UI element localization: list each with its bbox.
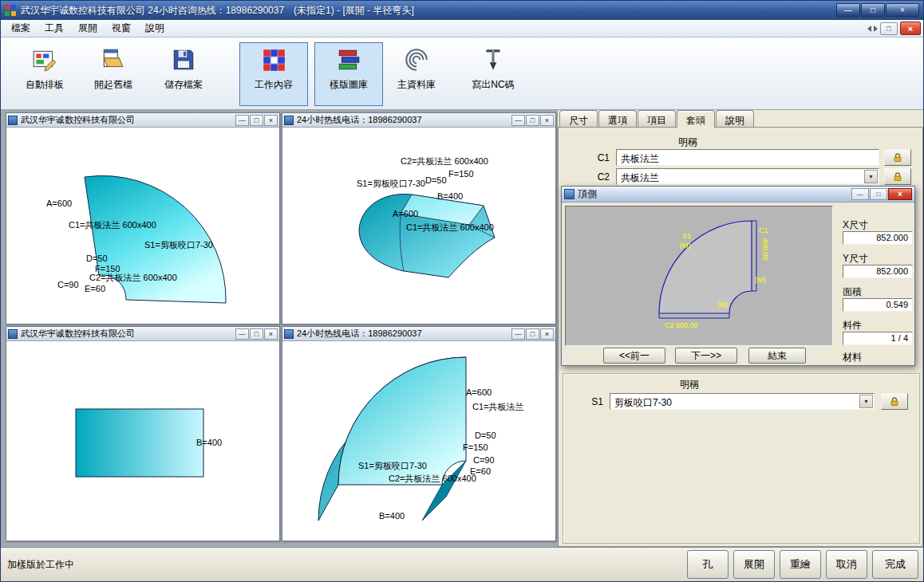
preview-fan-outline	[659, 221, 752, 313]
dialog-minimize-button[interactable]: —	[851, 188, 869, 200]
lock-s1-button[interactable]	[881, 393, 908, 410]
close-button[interactable]: ×	[886, 3, 919, 17]
dim-label: E=60	[85, 284, 105, 293]
preview-label: (M)	[717, 301, 729, 309]
child-minimize-button[interactable]: —	[511, 115, 525, 126]
auto-nesting-button[interactable]: 自動排板	[10, 42, 79, 106]
chevron-down-icon[interactable]: ▼	[859, 395, 873, 408]
dim-label: D=50	[475, 431, 496, 440]
dim-label: C1=共板法兰	[472, 402, 524, 411]
child-close-button[interactable]: ×	[900, 22, 921, 35]
tab-connectors[interactable]: 套頭	[677, 110, 715, 128]
flange-c2-combobox[interactable]: 共板法兰 ▼	[616, 168, 879, 185]
template-library-button[interactable]: 樣版圖庫	[314, 42, 383, 106]
seam-s1-combobox[interactable]: 剪板咬口7-30 ▼	[610, 393, 875, 410]
tab-options[interactable]: 選項	[598, 110, 637, 127]
next-button[interactable]: 下一>>	[675, 348, 737, 364]
chevron-down-icon[interactable]: ▼	[864, 170, 878, 183]
piece-preview: S1 (M) C1 400.00 (M) C2 600.00 (M)	[565, 206, 833, 346]
top-side-dialog[interactable]: 頂側 — □ × S1 (M) C1 400.00 (M) C2 600.00 …	[561, 186, 915, 366]
flange-c1-input[interactable]: 共板法兰	[616, 149, 879, 166]
three-d-canvas[interactable]: A=600 C1=共板法兰 D=50 F=150 C=90 E=60 S1=剪板…	[282, 341, 555, 541]
piece-count-value[interactable]: 1 / 4	[843, 332, 913, 345]
toolbar: 自動排板 開起舊檔 儲存檔案	[1, 37, 923, 110]
child-restore-button[interactable]: □	[526, 328, 539, 340]
seam-groupbox: 明稱 S1 剪板咬口7-30 ▼	[563, 373, 920, 544]
save-file-icon	[170, 46, 197, 73]
tab-description[interactable]: 說明	[716, 110, 754, 127]
complete-button[interactable]: 完成	[872, 550, 918, 579]
flange-row-label: C1	[565, 152, 610, 163]
maximize-button[interactable]: □	[861, 3, 885, 17]
child-minimize-button[interactable]: —	[235, 115, 249, 126]
statusbar: 加樣版於工作中 孔 展開 重繪 取消 完成	[1, 547, 923, 581]
template-library-icon	[335, 46, 362, 73]
dialog-restore-button[interactable]: □	[870, 188, 887, 200]
titlebar[interactable]: 武汉华宇诚数控科技有限公司 24小时咨询热线：18986290037 (未指定1…	[1, 1, 923, 20]
scroll-left-icon[interactable]	[867, 26, 871, 32]
dim-label: C1=共板法兰 600x400	[69, 220, 156, 230]
open-file-button[interactable]: 開起舊檔	[79, 42, 148, 106]
rect-pattern-canvas[interactable]: B=400	[6, 341, 279, 541]
child-minimize-button[interactable]: —	[235, 328, 249, 340]
dialog-title: 頂側	[578, 187, 597, 201]
child-window-3d-view-bottom[interactable]: 24小时热线电话：18986290037 — □ × A=600 C1=共板法兰…	[282, 326, 556, 541]
main-database-button[interactable]: 主資料庫	[382, 42, 451, 106]
work-content-button[interactable]: 工作內容	[239, 42, 308, 106]
hole-button[interactable]: 孔	[687, 550, 729, 579]
dim-label: D=50	[425, 175, 447, 185]
child-titlebar[interactable]: 24小时热线电话：18986290037 — □ ×	[282, 327, 555, 341]
child-titlebar[interactable]: 武汉华宇诚数控科技有限公司 — □ ×	[6, 327, 279, 341]
three-d-canvas[interactable]: C2=共板法兰 600x400 S1=剪板咬口7-30 D=50 F=150 B…	[282, 128, 555, 324]
dim-label: B=400	[196, 438, 222, 447]
menu-tools[interactable]: 工具	[38, 19, 71, 37]
redraw-button[interactable]: 重繪	[780, 550, 821, 579]
lock-c1-button[interactable]	[884, 149, 911, 166]
previous-button[interactable]: <<前一	[603, 348, 665, 364]
scroll-right-icon[interactable]	[874, 26, 878, 32]
dialog-titlebar[interactable]: 頂側 — □ ×	[562, 187, 914, 203]
child-window-rect-pattern[interactable]: 武汉华宇诚数控科技有限公司 — □ × B=400	[6, 326, 280, 541]
menu-file[interactable]: 檔案	[4, 19, 38, 37]
child-window-3d-view-top[interactable]: 24小时热线电话：18986290037 — □ × C2=共板法兰 600x4…	[282, 112, 556, 324]
child-restore-button[interactable]: □	[526, 115, 539, 126]
child-close-button[interactable]: ×	[264, 328, 278, 340]
child-close-button[interactable]: ×	[540, 115, 554, 126]
lock-icon	[890, 397, 899, 407]
write-nc-button[interactable]: 寫出NC碼	[459, 42, 527, 106]
child-restore-button[interactable]: □	[250, 115, 263, 126]
dim-label: B=400	[379, 511, 405, 521]
menu-window[interactable]: 視窗	[105, 19, 138, 37]
y-size-value[interactable]: 852.000	[843, 265, 913, 278]
flat-pattern-canvas[interactable]: A=600 C1=共板法兰 600x400 S1=剪板咬口7-30 D=50 F…	[6, 128, 279, 324]
child-close-button[interactable]: ×	[264, 115, 278, 126]
child-titlebar[interactable]: 武汉华宇诚数控科技有限公司 — □ ×	[6, 113, 279, 128]
preview-label: C1	[759, 226, 768, 234]
menu-help[interactable]: 說明	[138, 19, 172, 37]
lock-c2-button[interactable]	[884, 168, 911, 185]
child-window-flat-pattern[interactable]: 武汉华宇诚数控科技有限公司 — □ × A=600 C1=共板法兰 600x40…	[6, 112, 280, 324]
seam-name-header: 明稱	[680, 378, 699, 391]
child-close-button[interactable]: ×	[540, 328, 554, 340]
flange-row-c1: C1 共板法兰	[565, 149, 919, 166]
child-title-text: 武汉华宇诚数控科技有限公司	[21, 328, 235, 340]
dim-label: D=50	[86, 254, 108, 263]
dim-label: C2=共板法兰 600x400	[401, 156, 488, 166]
child-titlebar[interactable]: 24小时热线电话：18986290037 — □ ×	[282, 113, 555, 128]
tab-items[interactable]: 項目	[638, 110, 676, 127]
menu-unfold[interactable]: 展開	[71, 19, 105, 37]
area-value[interactable]: 0.549	[843, 298, 913, 312]
minimize-button[interactable]: —	[836, 3, 860, 17]
x-size-value[interactable]: 852.000	[843, 231, 913, 245]
tab-dimensions[interactable]: 尺寸	[559, 110, 598, 127]
save-file-button[interactable]: 儲存檔案	[149, 42, 218, 106]
cancel-button[interactable]: 取消	[826, 550, 867, 579]
finish-button[interactable]: 結束	[748, 348, 806, 364]
unfold-button[interactable]: 展開	[733, 550, 775, 579]
child-restore-button[interactable]: □	[250, 328, 263, 340]
preview-label: C2 600.00	[665, 321, 698, 329]
dialog-close-button[interactable]: ×	[888, 188, 912, 200]
child-restore-button[interactable]: □	[880, 22, 898, 35]
menubar: 檔案 工具 展開 視窗 說明 □ ×	[1, 20, 923, 37]
child-minimize-button[interactable]: —	[511, 328, 525, 340]
